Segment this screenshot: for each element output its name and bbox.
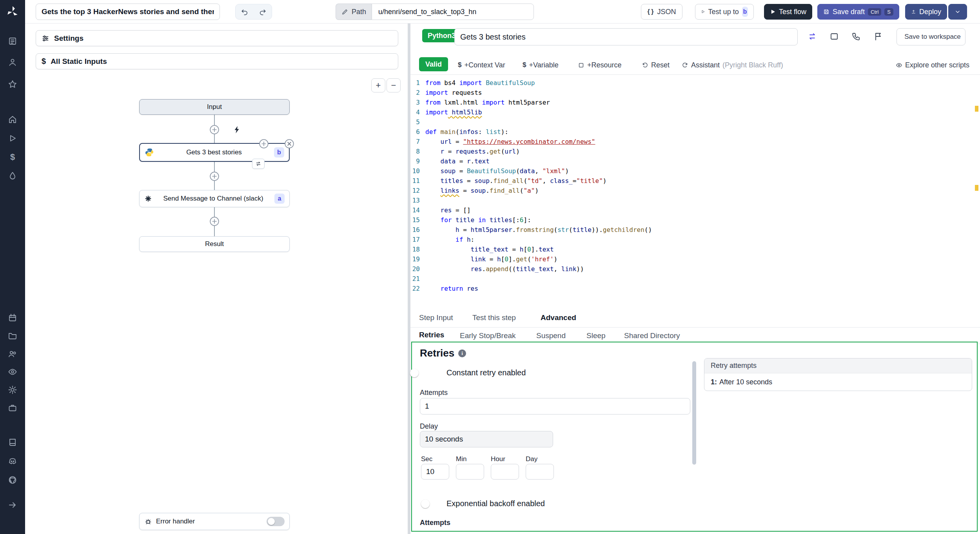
reset-button[interactable]: Reset	[642, 58, 670, 72]
subtab-shared-directory[interactable]: Shared Directory	[624, 328, 680, 344]
workers-briefcase-icon[interactable]	[7, 403, 18, 413]
subtab-sleep[interactable]: Sleep	[586, 328, 606, 344]
zoom-out-button[interactable]: −	[387, 78, 401, 92]
undo-icon	[241, 8, 249, 16]
github-icon[interactable]	[7, 475, 18, 485]
flow-settings-label: Settings	[54, 34, 83, 43]
static-inputs-bar[interactable]: $ All Static Inputs	[36, 53, 398, 69]
collapse-sidebar-arrow-icon[interactable]	[7, 500, 18, 510]
trigger-bolt-icon[interactable]	[233, 125, 241, 134]
save-to-workspace-button[interactable]: Save to workspace	[897, 28, 965, 45]
delay-input[interactable]	[420, 431, 553, 447]
warning-overview-mark	[975, 185, 978, 191]
save-draft-label: Save draft	[833, 8, 865, 16]
diff-icon[interactable]	[806, 31, 818, 42]
subtab-retries[interactable]: Retries	[419, 328, 444, 344]
windmill-logo-icon[interactable]	[5, 5, 20, 19]
insert-step-button-2[interactable]	[209, 171, 220, 181]
add-context-var-button[interactable]: $ +Context Var	[458, 58, 505, 72]
explore-scripts-button[interactable]: Explore other scripts	[896, 58, 969, 72]
script-editor-panel: Python3 Save to workspace Valid $ +Conte…	[410, 24, 980, 534]
insert-step-button-1[interactable]	[209, 125, 220, 135]
json-button[interactable]: { } JSON	[641, 4, 682, 20]
day-input[interactable]	[526, 464, 554, 480]
schedules-calendar-icon[interactable]	[7, 313, 18, 323]
retry-summary-box: Retry attempts 1: After 10 seconds	[704, 358, 972, 391]
flow-node-step-a[interactable]: Send Message to Channel (slack) a	[139, 190, 290, 207]
static-inputs-label: All Static Inputs	[51, 57, 107, 66]
flow-node-input[interactable]: Input	[139, 99, 290, 115]
assistant-label: Assistant	[691, 61, 720, 69]
zoom-in-button[interactable]: +	[371, 78, 385, 92]
tab-test-this-step[interactable]: Test this step	[472, 308, 516, 327]
deploy-more-button[interactable]	[948, 4, 967, 20]
step-name-input[interactable]	[454, 28, 798, 45]
assistant-button[interactable]: Assistant (Pyright Black Ruff)	[682, 58, 783, 72]
valid-status-badge: Valid	[419, 57, 448, 71]
favorites-star-icon[interactable]	[7, 79, 18, 89]
sec-input[interactable]	[421, 464, 449, 480]
hour-input[interactable]	[491, 464, 519, 480]
box-icon	[578, 62, 584, 69]
error-handler-toggle[interactable]	[267, 517, 285, 526]
tab-step-input[interactable]: Step Input	[419, 308, 453, 327]
loop-step-button[interactable]	[252, 159, 265, 169]
flow-settings-bar[interactable]: Settings	[36, 30, 398, 46]
path-value[interactable]: u/henri/send_to_slack_top3_hn	[372, 4, 534, 20]
min-label: Min	[456, 455, 466, 463]
insert-step-above-b-button[interactable]	[259, 139, 269, 149]
retry-summary-title: Retry attempts	[704, 358, 972, 373]
delete-step-b-button[interactable]	[284, 139, 294, 149]
reset-label: Reset	[651, 61, 670, 69]
deploy-label: Deploy	[919, 8, 941, 16]
json-button-label: JSON	[657, 8, 676, 16]
step-b-label: Gets 3 best stories	[154, 148, 274, 156]
error-handler-node[interactable]: Error handler	[139, 513, 290, 530]
test-up-to-button[interactable]: Test up to b	[695, 4, 754, 20]
insert-step-button-3[interactable]	[209, 216, 220, 226]
redo-button[interactable]	[254, 4, 272, 20]
flow-node-result[interactable]: Result	[139, 236, 290, 252]
path-label: Path	[352, 8, 366, 16]
explore-scripts-label: Explore other scripts	[905, 61, 969, 69]
reset-icon	[642, 62, 648, 69]
form-scrollbar[interactable]	[692, 361, 696, 465]
test-flow-button[interactable]: Test flow	[764, 4, 812, 20]
panel-resize-handle[interactable]	[408, 24, 410, 534]
window-icon[interactable]	[828, 31, 840, 42]
audit-eye-icon[interactable]	[7, 367, 18, 377]
flow-title-input[interactable]	[36, 4, 220, 20]
phone-icon[interactable]	[850, 31, 862, 42]
path-edit-button[interactable]: Path	[336, 4, 372, 20]
info-icon[interactable]: i	[458, 349, 466, 357]
add-variable-button[interactable]: $ +Variable	[523, 58, 559, 72]
variables-dollar-icon[interactable]: $	[7, 152, 18, 162]
settings-gear-icon[interactable]	[7, 385, 18, 395]
flow-canvas: Settings $ All Static Inputs + − Input G…	[25, 24, 408, 534]
min-input[interactable]	[456, 464, 484, 480]
undo-button[interactable]	[236, 4, 254, 20]
home-icon[interactable]	[7, 114, 18, 125]
discord-icon[interactable]	[7, 456, 18, 466]
folders-icon[interactable]	[7, 331, 18, 341]
save-icon	[823, 8, 829, 15]
error-handler-label: Error handler	[156, 518, 195, 525]
groups-users-icon[interactable]	[7, 349, 18, 359]
user-icon[interactable]	[7, 57, 18, 67]
docs-book-icon[interactable]	[7, 437, 18, 447]
subtab-early-stop[interactable]: Early Stop/Break	[460, 328, 516, 344]
attempts-input[interactable]	[420, 398, 690, 415]
flows-play-icon[interactable]	[7, 133, 18, 143]
flag-icon[interactable]	[872, 31, 884, 42]
resources-droplet-icon[interactable]	[7, 171, 18, 181]
tab-advanced[interactable]: Advanced	[541, 308, 576, 327]
runs-list-icon[interactable]	[7, 36, 18, 46]
add-resource-button[interactable]: +Resource	[578, 58, 622, 72]
code-lines[interactable]: from bs4 import BeautifulSoupimport requ…	[425, 78, 971, 293]
code-editor[interactable]: 12345678910111213141516171819202122 from…	[410, 74, 980, 308]
result-node-label: Result	[144, 240, 285, 248]
step-a-label: Send Message to Channel (slack)	[152, 195, 274, 203]
save-draft-button[interactable]: Save draft Ctrl S	[817, 4, 899, 20]
deploy-button[interactable]: Deploy	[905, 4, 947, 20]
subtab-suspend[interactable]: Suspend	[536, 328, 566, 344]
